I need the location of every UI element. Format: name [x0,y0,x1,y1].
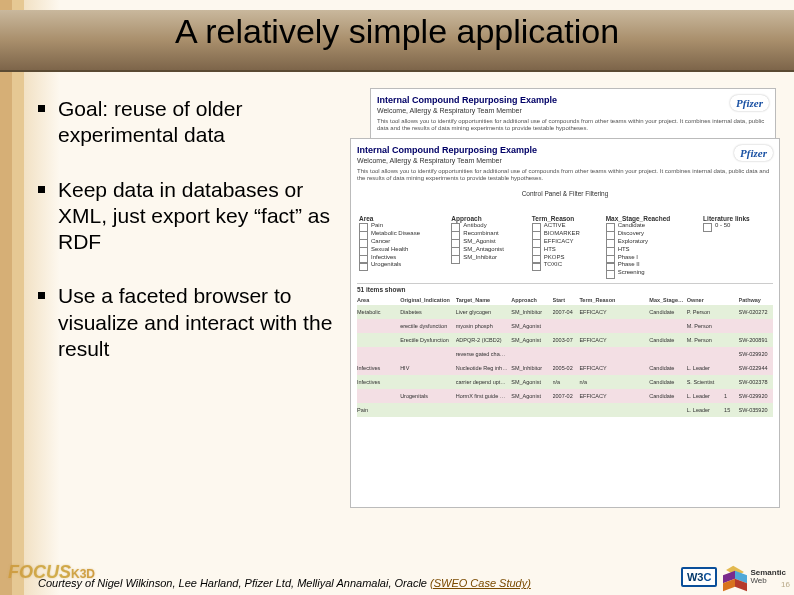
filter-checkbox-item[interactable]: Cancer [359,238,447,246]
results-cell: SW-029920 [739,351,773,357]
results-cell [400,351,453,357]
results-cell [357,351,397,357]
filter-checkbox-item[interactable]: Candidate [606,222,699,230]
results-cell: SW-035920 [739,407,773,413]
results-cell: myosin phosph [456,323,509,329]
semantic-web-cube-icon [723,565,747,589]
results-row[interactable]: erectile dysfunctionmyosin phosphSM_Agon… [357,319,773,333]
results-cell: M. Person [687,337,721,343]
results-cell: SW-029920 [739,393,773,399]
results-cell: HormX first guide novel reg gene [456,393,509,399]
results-cell [357,337,397,343]
results-cell: EFFICACY [579,337,646,343]
results-cell [579,323,646,329]
results-cell: erectile dysfunction [400,323,453,329]
results-cell: Urogenitals [400,393,453,399]
filter-checkbox-item[interactable]: Phase II [606,261,699,269]
results-row[interactable]: Erectile DysfunctionADPQR-2 (ICBD2)SM_Ag… [357,333,773,347]
results-cell: HIV [400,365,453,371]
results-cell: P. Person [687,309,721,315]
fig-back-desc: This tool allows you to identify opportu… [377,118,769,132]
filter-checkbox-item[interactable]: Urogenitals [359,261,447,269]
results-cell [553,351,577,357]
results-cell: L. Leader [687,365,721,371]
bullet-item: Goal: reuse of older experimental data [38,96,348,149]
results-col-header: Max_Stage_Reached [649,297,683,303]
slide: A relatively simple application Goal: re… [0,0,794,595]
results-cell: SM_Agonist [511,379,549,385]
filter-table: AreaApproachTerm_ReasonMax_Stage_Reached… [357,215,773,277]
results-row[interactable]: Infectivescarrier depend uptake represso… [357,375,773,389]
results-cell [724,337,735,343]
filter-checkbox-item[interactable]: Recombinant [451,230,527,238]
results-cell: Liver glycogen [456,309,509,315]
filter-checkbox-item[interactable]: Sexual Health [359,246,447,254]
filter-checkbox-item[interactable]: SM_Inhibitor [451,254,527,262]
results-cell [579,407,646,413]
filter-checkbox-item[interactable]: BIOMARKER [532,230,602,238]
results-cell: SW-022944 [739,365,773,371]
filter-options: 0 - 50 [701,222,773,277]
filter-checkbox-item[interactable]: Antibody [451,222,527,230]
results-col-header: Target_Name [456,297,509,303]
filter-checkbox-item[interactable]: Infectives [359,254,447,262]
filter-checkbox-item[interactable]: Metabolic Disease [359,230,447,238]
filter-checkbox-item[interactable]: Exploratory [606,238,699,246]
results-cell [724,323,735,329]
filter-checkbox-item[interactable]: HTS [606,246,699,254]
filter-options: PainMetabolic DiseaseCancerSexual Health… [357,222,449,277]
results-cell: 15 [724,407,735,413]
filter-caption: Control Panel & Filter Filtering [357,190,773,197]
filter-checkbox-item[interactable]: Discovery [606,230,699,238]
results-row[interactable]: InfectivesHIVNucleotide Reg inhibitor♯ a… [357,361,773,375]
filter-checkbox-item[interactable]: Pain [359,222,447,230]
filter-checkbox-item[interactable]: EFFICACY [532,238,602,246]
results-cell [724,309,735,315]
results-row[interactable]: MetabolicDiabetesLiver glycogenSM_Inhibi… [357,305,773,319]
results-cell: Candidate [649,337,683,343]
results-cell: M. Person [687,323,721,329]
results-cell: Nucleotide Reg inhibitor♯ actin & troXm … [456,365,509,371]
results-cell [553,323,577,329]
results-cell: Diabetes [400,309,453,315]
results-caption: 51 items shown [357,284,773,295]
results-cell: EFFICACY [579,309,646,315]
results-cell [724,365,735,371]
filter-checkbox-item[interactable]: HTS [532,246,602,254]
filter-checkbox-item[interactable]: PKOPS [532,254,602,262]
fig-back-title: Internal Compound Repurposing Example [377,95,557,105]
results-cell: 2007-04 [553,309,577,315]
results-cell: Candidate [649,393,683,399]
filter-checkbox-item[interactable]: SM_Agonist [451,238,527,246]
filter-checkbox-item[interactable]: ACTIVE [532,222,602,230]
results-cell: SM_Inhibitor [511,365,549,371]
results-cell: 2003-07 [553,337,577,343]
results-cell [724,379,735,385]
results-cell: Metabolic [357,309,397,315]
results-cell: EFFICACY [579,365,646,371]
results-col-header: Original_Indication [400,297,453,303]
results-cell: 1 [724,393,735,399]
results-cell [649,323,683,329]
semantic-web-logo: SemanticWeb [723,565,786,589]
results-cell: SW-200891 [739,337,773,343]
filter-checkbox-item[interactable]: 0 - 50 [703,222,771,230]
bullet-item: Keep data in databases or XML, just expo… [38,177,348,256]
results-cell [579,351,646,357]
results-col-header: Pathway [739,297,773,303]
results-cell [511,407,549,413]
results-cell: Candidate [649,365,683,371]
results-row[interactable]: PainL. Leader15SW-035920 [357,403,773,417]
results-row[interactable]: reverse gated channel SM_AntagonistSW-02… [357,347,773,361]
results-cell [649,407,683,413]
results-cell [456,407,509,413]
results-cell: n/a [553,379,577,385]
results-cell: 2007-02 [553,393,577,399]
results-row[interactable]: UrogenitalsHormX first guide novel reg g… [357,389,773,403]
filter-checkbox-item[interactable]: SM_Antagonist [451,246,527,254]
filter-checkbox-item[interactable]: Phase I [606,254,699,262]
filter-checkbox-item[interactable]: TOXIC [532,261,602,269]
filter-checkbox-item[interactable]: Screening [606,269,699,277]
footer-link[interactable]: (SWEO Case Study) [430,577,531,589]
bullet-item: Use a faceted browser to visualize and i… [38,283,348,362]
